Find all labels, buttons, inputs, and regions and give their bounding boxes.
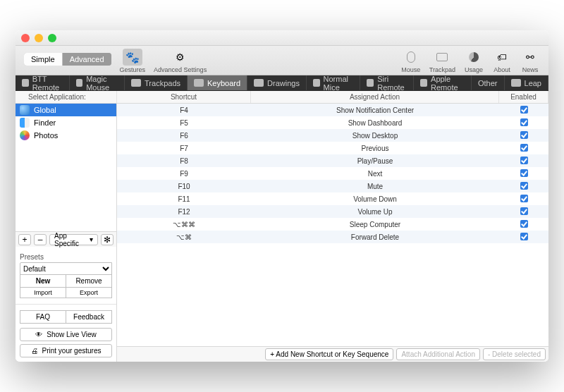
- app-item-photos[interactable]: Photos: [16, 129, 116, 142]
- table-row[interactable]: F8Play/Pause: [117, 154, 548, 167]
- show-live-view-button[interactable]: 👁 Show Live View: [20, 328, 112, 341]
- toolbar-adv-label: Advanced Settings: [154, 66, 207, 73]
- checkbox-checked-icon[interactable]: [520, 195, 528, 202]
- tab-leap[interactable]: Leap: [505, 75, 548, 90]
- checkbox-checked-icon[interactable]: [520, 106, 528, 114]
- enabled-cell[interactable]: [499, 169, 548, 178]
- photos-icon: [20, 130, 30, 140]
- enabled-cell[interactable]: [499, 220, 548, 229]
- action-cell: Mute: [251, 183, 499, 190]
- table-row[interactable]: F4Show Notification Center: [117, 104, 548, 116]
- tab-normal-mice[interactable]: Normal Mice: [307, 75, 360, 90]
- table-row[interactable]: F6Show Desktop: [117, 129, 548, 142]
- shortcut-cell: ⌥⌘: [117, 233, 251, 241]
- app-item-global[interactable]: Global: [16, 104, 116, 116]
- preset-remove-button[interactable]: Remove: [66, 274, 112, 288]
- enabled-cell[interactable]: [499, 157, 548, 166]
- toolbar-news[interactable]: ⚯ News: [517, 49, 543, 73]
- table-row[interactable]: F7Previous: [117, 142, 548, 154]
- preset-new-button[interactable]: New: [20, 274, 66, 288]
- action-cell: Forward Delete: [251, 233, 499, 241]
- tab-keyboard[interactable]: Keyboard: [188, 75, 247, 90]
- tab-other[interactable]: Other: [472, 75, 505, 90]
- siri-remote-icon: [367, 79, 374, 87]
- app-specific-dropdown[interactable]: App Specific▾: [49, 234, 98, 245]
- add-shortcut-button[interactable]: + Add New Shortcut or Key Sequence: [265, 348, 393, 360]
- titlebar: [16, 30, 548, 46]
- main-footer: + Add New Shortcut or Key Sequence Attac…: [117, 346, 548, 362]
- table-row[interactable]: F12Volume Up: [117, 205, 548, 218]
- table-row[interactable]: ⌥⌘⌘Sleep Computer: [117, 218, 548, 231]
- checkbox-checked-icon[interactable]: [520, 131, 528, 139]
- app-list-toolbar: + – App Specific▾ ✻: [16, 231, 116, 247]
- add-app-button[interactable]: +: [18, 234, 31, 245]
- toolbar-gestures-label: Gestures: [120, 66, 146, 73]
- faq-button[interactable]: FAQ: [20, 310, 66, 324]
- checkbox-checked-icon[interactable]: [520, 157, 528, 164]
- table-row[interactable]: F9Next: [117, 167, 548, 180]
- tab-apple-remote[interactable]: Apple Remote: [414, 75, 472, 90]
- app-window: Simple Advanced 🐾 Gestures ⚙︎ Advanced S…: [16, 30, 548, 362]
- table-row[interactable]: F5Show Dashboard: [117, 116, 548, 129]
- tab-siri-remote[interactable]: Siri Remote: [360, 75, 415, 90]
- eye-icon: 👁: [35, 331, 42, 338]
- checkbox-checked-icon[interactable]: [520, 182, 528, 190]
- preset-import-button[interactable]: Import: [20, 287, 66, 298]
- action-cell: Sleep Computer: [251, 221, 499, 228]
- preset-select[interactable]: Default: [20, 262, 112, 275]
- checkbox-checked-icon[interactable]: [520, 144, 528, 152]
- enabled-cell[interactable]: [499, 233, 548, 242]
- apple-remote-icon: [420, 79, 427, 87]
- toolbar-mouse[interactable]: Mouse: [398, 49, 424, 73]
- enabled-cell[interactable]: [499, 144, 548, 153]
- swirl-icon: [254, 79, 264, 87]
- col-assigned[interactable]: Assigned Action: [251, 91, 499, 103]
- close-button[interactable]: [21, 34, 30, 42]
- remove-app-button[interactable]: –: [34, 234, 47, 245]
- action-cell: Previous: [251, 145, 499, 152]
- enabled-cell[interactable]: [499, 182, 548, 191]
- print-gestures-button[interactable]: 🖨︎ Print your gestures: [20, 344, 112, 357]
- table-row[interactable]: ⌥⌘Forward Delete: [117, 231, 548, 243]
- zoom-button[interactable]: [48, 34, 56, 42]
- sliders-icon: ⚙︎: [176, 51, 185, 63]
- preset-export-button[interactable]: Export: [66, 287, 112, 298]
- checkbox-checked-icon[interactable]: [520, 220, 528, 228]
- app-item-finder[interactable]: Finder: [16, 116, 116, 129]
- mode-advanced[interactable]: Advanced: [62, 53, 111, 66]
- feedback-button[interactable]: Feedback: [66, 310, 112, 324]
- toolbar-gestures[interactable]: 🐾 Gestures: [117, 49, 149, 73]
- enabled-cell[interactable]: [499, 195, 548, 204]
- checkbox-checked-icon[interactable]: [520, 118, 528, 126]
- table-row[interactable]: F11Volume Down: [117, 192, 548, 205]
- app-label: Finder: [34, 118, 56, 127]
- traffic-lights: [21, 34, 56, 42]
- checkbox-checked-icon[interactable]: [520, 207, 528, 215]
- enabled-cell[interactable]: [499, 207, 548, 216]
- mode-simple[interactable]: Simple: [24, 53, 62, 66]
- checkbox-checked-icon[interactable]: [520, 233, 528, 240]
- col-enabled[interactable]: Enabled: [499, 91, 548, 103]
- shortcut-cell: F10: [117, 183, 251, 190]
- toolbar-trackpad[interactable]: Trackpad: [427, 49, 458, 73]
- leap-icon: [511, 79, 521, 87]
- toolbar-about[interactable]: 🏷︎ About: [489, 49, 515, 73]
- checkbox-checked-icon[interactable]: [520, 169, 528, 177]
- col-shortcut[interactable]: Shortcut: [117, 91, 251, 103]
- table-row[interactable]: F10Mute: [117, 180, 548, 192]
- enabled-cell[interactable]: [499, 106, 548, 115]
- delete-selected-button[interactable]: - Delete selected: [483, 348, 546, 360]
- toolbar-advanced-settings[interactable]: ⚙︎ Advanced Settings: [151, 49, 209, 73]
- presets-panel: Presets Default New Remove Import Export…: [16, 247, 116, 362]
- tab-btt-remote[interactable]: BTT Remote: [16, 75, 70, 90]
- shortcut-rows: F4Show Notification CenterF5Show Dashboa…: [117, 104, 548, 346]
- enabled-cell[interactable]: [499, 131, 548, 140]
- toolbar-usage[interactable]: Usage: [461, 49, 486, 73]
- tab-drawings[interactable]: Drawings: [247, 75, 307, 90]
- tab-trackpads[interactable]: Trackpads: [125, 75, 188, 90]
- enabled-cell[interactable]: [499, 118, 548, 128]
- minimize-button[interactable]: [35, 34, 43, 42]
- gear-button[interactable]: ✻: [101, 234, 114, 245]
- tab-magic-mouse[interactable]: Magic Mouse: [70, 75, 125, 90]
- attach-action-button[interactable]: Attach Additional Action: [396, 348, 480, 360]
